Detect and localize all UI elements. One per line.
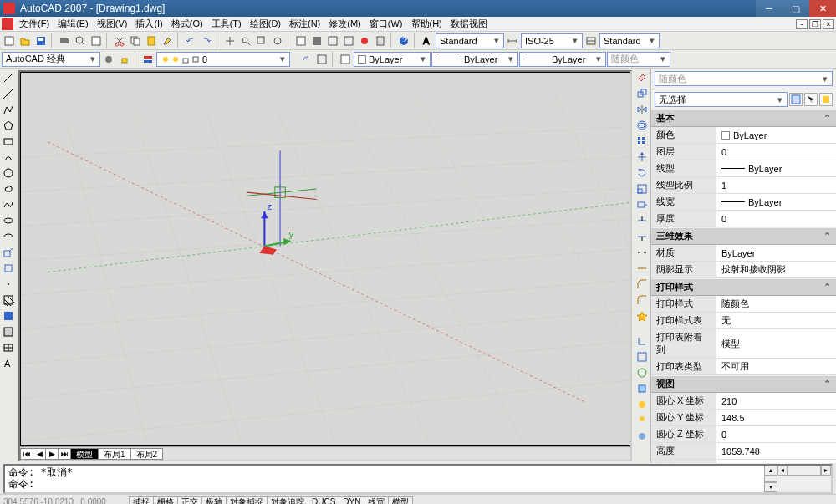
move-button[interactable] [635, 150, 650, 165]
copy-obj-button[interactable] [635, 86, 650, 101]
ellipse-button[interactable] [1, 213, 16, 228]
tab-next-button[interactable]: ▶ [45, 448, 59, 460]
prop-value[interactable]: 随颜色 [716, 296, 836, 312]
selection-combo[interactable]: 无选择▾ [655, 92, 788, 107]
prop-value[interactable]: 0 [716, 426, 836, 442]
tab-prev-button[interactable]: ◀ [33, 448, 46, 460]
cmd-scroll-up[interactable]: ▴ [764, 466, 777, 476]
publish-button[interactable] [89, 33, 104, 48]
mirror-button[interactable] [635, 102, 650, 117]
save-button[interactable] [33, 33, 48, 48]
new-button[interactable] [2, 33, 17, 48]
calc-button[interactable] [373, 33, 388, 48]
3dorbit-button[interactable] [635, 365, 650, 380]
lineweight-combo[interactable]: ByLayer▾ [519, 52, 606, 67]
text-style-combo[interactable]: Standard▾ [436, 33, 504, 48]
status-对象捕捉[interactable]: 对象捕捉 [226, 496, 268, 505]
help-button[interactable]: ? [396, 33, 411, 48]
hatch-button[interactable] [1, 293, 16, 308]
command-prompt[interactable]: 命令: [8, 478, 761, 490]
menu-insert[interactable]: 插入(I) [131, 18, 166, 30]
minimize-button[interactable]: ─ [756, 0, 782, 17]
prop-section-view[interactable]: 视图⌃ [651, 375, 836, 393]
status-捕捉[interactable]: 捕捉 [129, 496, 154, 505]
cmd-scroll-right[interactable]: ▸ [821, 466, 831, 476]
paste-button[interactable] [144, 33, 159, 48]
sheet-set-button[interactable] [341, 33, 356, 48]
pline-button[interactable] [1, 102, 16, 117]
materials-button[interactable] [635, 429, 650, 444]
status-DYN[interactable]: DYN [339, 496, 364, 505]
workspace-settings-button[interactable] [101, 52, 116, 67]
cut-button[interactable] [112, 33, 127, 48]
offset-button[interactable] [635, 118, 650, 133]
table-style-combo[interactable]: Standard▾ [599, 33, 660, 48]
status-栅格[interactable]: 栅格 [153, 496, 178, 505]
prop-value[interactable]: 148.5 [716, 410, 836, 425]
zoom-win-button[interactable] [254, 33, 269, 48]
workspace-combo[interactable]: AutoCAD 经典▾ [2, 52, 100, 67]
menu-dataview[interactable]: 数据视图 [446, 18, 492, 30]
revcloud-button[interactable] [1, 181, 16, 196]
ucs-button[interactable] [635, 333, 650, 349]
open-button[interactable] [18, 33, 33, 48]
prop-value[interactable]: 不可用 [716, 359, 836, 374]
plotstyle-combo[interactable]: 随颜色▾ [607, 52, 670, 67]
ellipse-arc-button[interactable] [1, 229, 16, 244]
light-button[interactable] [635, 413, 650, 428]
linetype-combo[interactable]: ByLayer▾ [431, 52, 518, 67]
prop-value[interactable]: 532.7604 [716, 460, 836, 463]
prop-value[interactable]: 模型 [716, 329, 836, 358]
prop-section-basic[interactable]: 基本⌃ [651, 109, 836, 127]
status-模型[interactable]: 模型 [388, 496, 413, 505]
tab-layout2[interactable]: 布局2 [130, 448, 164, 460]
tab-layout1[interactable]: 布局1 [98, 448, 131, 460]
tab-first-button[interactable]: ⏮ [20, 448, 33, 460]
visual-style-button[interactable] [635, 381, 650, 396]
xline-button[interactable] [1, 86, 16, 101]
match-button[interactable] [160, 33, 175, 48]
copy-button[interactable] [128, 33, 143, 48]
viewport[interactable]: z y [20, 72, 630, 446]
block-button[interactable] [1, 261, 16, 276]
maximize-button[interactable]: ▢ [782, 0, 809, 17]
text-style-button[interactable]: A [420, 33, 435, 48]
color-combo[interactable]: ByLayer▾ [354, 52, 431, 67]
mtext-button[interactable]: A [1, 356, 16, 371]
design-center-button[interactable] [309, 33, 324, 48]
close-button[interactable]: ✕ [809, 0, 836, 17]
menu-draw[interactable]: 绘图(D) [246, 18, 285, 30]
trim-button[interactable] [635, 213, 650, 228]
status-DUCS[interactable]: DUCS [308, 496, 339, 505]
toggle-pim-button[interactable] [819, 93, 833, 106]
menu-dim[interactable]: 标注(N) [285, 18, 324, 30]
zoom-prev-button[interactable] [270, 33, 285, 48]
workspace-lock-button[interactable] [117, 52, 132, 67]
point-button[interactable] [1, 277, 16, 292]
arc-button[interactable] [1, 150, 16, 165]
prop-value[interactable]: ByLayer [716, 245, 836, 261]
prop-value[interactable]: ByLayer [716, 194, 836, 210]
layer-manager-button[interactable] [140, 52, 155, 67]
plot-button[interactable] [57, 33, 72, 48]
prop-section-threed[interactable]: 三维效果⌃ [651, 227, 836, 245]
menu-view[interactable]: 视图(V) [93, 18, 132, 30]
menu-help[interactable]: 帮助(H) [407, 18, 446, 30]
quickselect-button[interactable] [789, 93, 803, 106]
prop-value[interactable]: 0 [716, 211, 836, 227]
cmd-scroll-down[interactable]: ▾ [764, 482, 777, 492]
prop-value[interactable]: 投射和接收阴影 [716, 262, 836, 277]
circle-button[interactable] [1, 165, 16, 181]
gradient-button[interactable] [1, 308, 16, 323]
layer-combo[interactable]: 0▾ [156, 52, 290, 67]
undo-button[interactable] [183, 33, 198, 48]
layer-prev-button[interactable] [298, 52, 314, 67]
menu-file[interactable]: 文件(F) [15, 18, 54, 30]
stretch-button[interactable] [635, 197, 650, 212]
fillet-button[interactable] [635, 293, 650, 308]
menu-edit[interactable]: 编辑(E) [54, 18, 93, 30]
menu-tools[interactable]: 工具(T) [207, 18, 246, 30]
status-正交[interactable]: 正交 [177, 496, 202, 505]
chamfer-button[interactable] [635, 277, 650, 292]
tool-palettes-button[interactable] [325, 33, 340, 48]
